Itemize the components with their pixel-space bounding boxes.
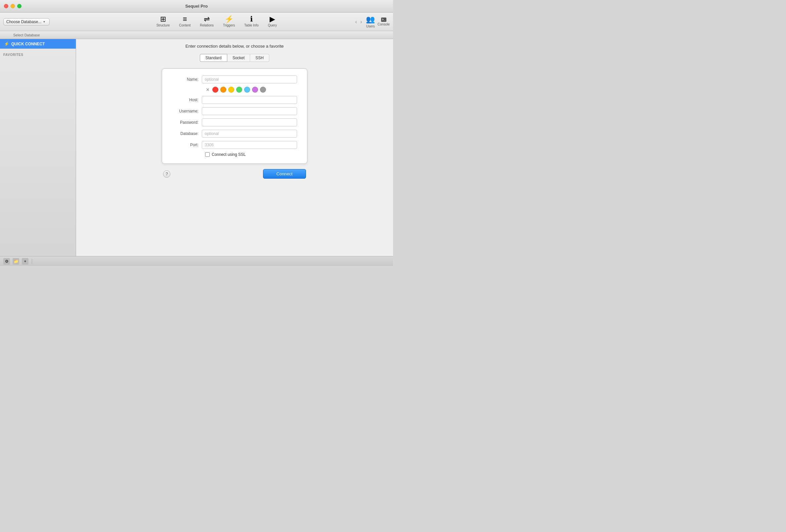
folder-button[interactable]: 📁 [13,258,19,265]
triggers-icon: ⚡ [225,16,234,23]
connection-panel: Name: ✕ Host: Username: [162,68,307,164]
toolbar-label-structure: Structure [157,23,170,27]
ssl-label: Connect using SSL [212,152,246,157]
name-label: Name: [172,77,202,82]
tableinfo-icon: ℹ [250,16,253,23]
host-row: Host: [172,96,297,104]
toolbar-center: ⊞ Structure ≡ Content ⇌ Relations ⚡ Trig… [79,14,354,29]
users-group[interactable]: 👥 Users [366,15,375,28]
connect-button[interactable]: Connect [263,169,306,179]
connection-footer: ? Connect [162,169,307,179]
username-input[interactable] [202,107,297,115]
tab-ssh[interactable]: SSH [250,54,269,62]
host-input[interactable] [202,96,297,104]
database-input[interactable] [202,130,297,138]
title-bar: Sequel Pro [0,0,393,13]
tab-socket[interactable]: Socket [227,54,250,62]
console-icon: >_ [381,18,386,22]
structure-icon: ⊞ [160,16,166,23]
main-layout: ⚡ QUICK CONNECT FAVORITES Enter connecti… [0,39,393,256]
window-title: Sequel Pro [185,4,208,8]
port-input[interactable] [202,141,297,149]
password-row: Password: [172,118,297,126]
favorites-label: FAVORITES [3,53,23,56]
quick-connect-button[interactable]: ⚡ QUICK CONNECT [0,39,76,49]
database-row: Database: [172,130,297,138]
toolbar-item-structure[interactable]: ⊞ Structure [152,14,175,28]
console-group[interactable]: >_ Console [377,18,390,26]
nav-forward-button[interactable]: › [359,18,363,25]
traffic-lights [4,4,22,8]
username-label: Username: [172,109,202,114]
nav-back-button[interactable]: ‹ [354,18,358,25]
swatch-gray[interactable] [260,87,266,93]
bottom-divider [32,259,32,264]
name-input[interactable] [202,75,297,84]
toolbar-item-query[interactable]: ▶ Query [263,14,281,28]
users-label: Users [366,24,375,28]
host-label: Host: [172,98,202,102]
toolbar-label-relations: Relations [200,23,214,27]
swatch-blue[interactable] [244,87,250,93]
content-icon: ≡ [183,16,187,23]
swatch-red[interactable] [212,87,218,93]
toolbar-item-triggers[interactable]: ⚡ Triggers [218,14,239,28]
sidebar: ⚡ QUICK CONNECT FAVORITES [0,39,76,256]
tab-standard[interactable]: Standard [200,54,227,62]
swatch-clear[interactable]: ✕ [205,87,210,92]
bottom-bar: ⚙ 📁 + [0,256,393,266]
toolbar-label-query: Query [268,23,277,27]
swatch-purple[interactable] [252,87,258,93]
color-swatches-row: ✕ [172,87,297,93]
swatch-green[interactable] [236,87,242,93]
toolbar-item-content[interactable]: ≡ Content [174,14,195,28]
maximize-button[interactable] [17,4,22,8]
toolbar-label-triggers: Triggers [223,23,235,27]
help-button[interactable]: ? [163,170,170,178]
minimize-button[interactable] [10,4,15,8]
toolbar-label-tableinfo: Table Info [244,23,258,27]
toolbar-item-relations[interactable]: ⇌ Relations [195,14,218,28]
select-database-label: Select Database [13,33,40,37]
chevron-down-icon: ▾ [43,20,45,23]
content-area: Enter connection details below, or choos… [76,39,393,256]
ssl-checkbox[interactable] [205,152,210,157]
toolbar-item-tableinfo[interactable]: ℹ Table Info [239,14,263,28]
nav-arrows: ‹ › [354,18,364,25]
content-header: Enter connection details below, or choos… [185,39,283,54]
swatch-yellow[interactable] [228,87,234,93]
toolbar-label-content: Content [179,23,190,27]
port-label: Port: [172,143,202,147]
swatch-orange[interactable] [220,87,226,93]
favorites-section: FAVORITES [0,49,76,59]
port-row: Port: [172,141,297,149]
database-chooser-label: Choose Database... [6,20,41,24]
sidebar-content [0,59,76,256]
quick-connect-label: QUICK CONNECT [11,42,45,46]
password-input[interactable] [202,118,297,126]
add-button[interactable]: + [22,258,28,265]
console-label: Console [377,23,390,26]
toolbar-left: Choose Database... ▾ [3,18,79,25]
relations-icon: ⇌ [204,16,210,23]
database-label: Database: [172,131,202,136]
toolbar-right: ‹ › 👥 Users >_ Console [354,15,390,28]
lightning-icon: ⚡ [4,41,9,46]
name-row: Name: [172,75,297,84]
query-icon: ▶ [270,16,275,23]
toolbar: Choose Database... ▾ ⊞ Structure ≡ Conte… [0,13,393,31]
close-button[interactable] [4,4,8,8]
users-icon: 👥 [366,15,375,24]
connection-tabs: Standard Socket SSH [200,54,269,62]
sub-toolbar: Select Database [0,31,393,39]
password-label: Password: [172,120,202,125]
gear-button[interactable]: ⚙ [3,258,10,265]
ssl-row: Connect using SSL [172,152,297,157]
database-chooser[interactable]: Choose Database... ▾ [3,18,50,25]
username-row: Username: [172,107,297,115]
